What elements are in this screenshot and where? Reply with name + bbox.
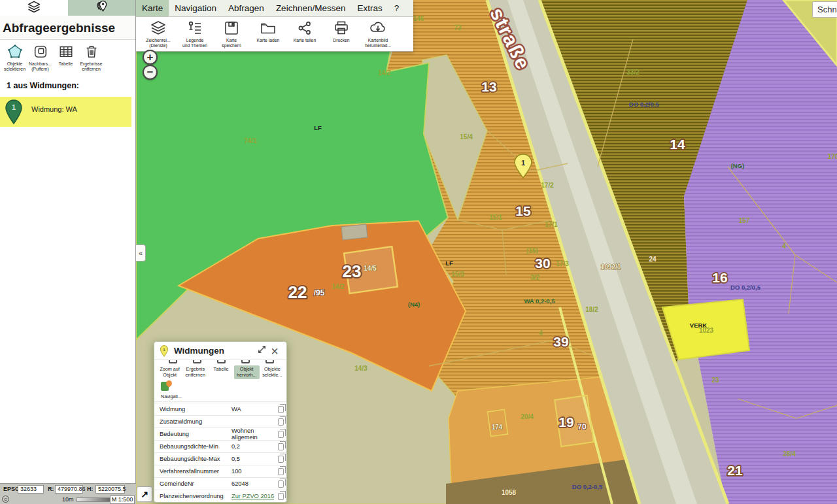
field-label: Bebauungsdichte-Max [160, 456, 231, 462]
print-button[interactable]: Drucken [323, 19, 360, 51]
status-bar: EPSG: 32633 R: 479970.86 H: 5220075.5 c … [0, 483, 136, 504]
tab-layers[interactable] [0, 0, 68, 16]
save-icon [213, 19, 250, 37]
table-row: BedeutungWohnen allgemein [154, 428, 286, 440]
select-objects-button[interactable]: Objekte selektie... [260, 365, 285, 379]
legend-button[interactable]: Legendeund Themen [177, 19, 213, 51]
map-toolbar: Zeichenrei...(Dienste) Legendeund Themen… [136, 17, 413, 52]
zoom-to-object-button[interactable]: Zoom auf Objekt [157, 365, 182, 379]
collapse-sidebar-button[interactable]: « [136, 244, 146, 261]
expand-popup-icon[interactable] [255, 344, 268, 357]
map-label: 3/2 [530, 274, 539, 281]
share-map-button[interactable]: Karte teilen [286, 19, 323, 51]
copy-icon[interactable] [278, 493, 284, 500]
copy-icon[interactable] [278, 468, 284, 475]
epsg-input[interactable]: 32633 [18, 485, 44, 494]
field-label: Planzeichenverordnung [160, 493, 231, 499]
tab-abfragen[interactable]: Abfragen [222, 0, 270, 16]
navigate-button[interactable]: Navigati... [154, 379, 286, 402]
result-item[interactable]: 1 Widmung: WA [0, 97, 131, 127]
remove-results-button[interactable]: Ergebnisse entfernen [79, 44, 103, 72]
map-label: 21 [727, 463, 743, 478]
field-value: 0,5 [231, 456, 278, 462]
copy-icon[interactable] [278, 406, 284, 413]
copyright-icon[interactable]: c [2, 496, 9, 503]
layers-icon [27, 0, 41, 16]
map-label: 17/1 [545, 221, 558, 228]
copy-icon[interactable] [278, 443, 284, 450]
tab-help[interactable]: ? [388, 0, 405, 16]
map-label: 74/1 [244, 137, 257, 144]
map-label: DO 0,2/0,5 [730, 284, 761, 291]
result-count-header: 1 aus Widmungen: [0, 75, 135, 95]
tab-zeichnen-messen[interactable]: Zeichnen/Messen [270, 0, 352, 16]
table-row: GemeindeNr62048 [154, 477, 286, 490]
copy-icon[interactable] [278, 431, 284, 438]
menu-tab-bar: Karte Navigation Abfragen Zeichnen/Messe… [136, 0, 413, 17]
copy-icon[interactable] [278, 456, 284, 463]
tab-results[interactable] [68, 0, 136, 16]
map-label: /95 [314, 288, 325, 297]
popup-toolbar: Zoom auf Objekt Ergebnis entfernen Tabel… [154, 365, 286, 379]
legend-icon [177, 19, 213, 37]
field-label: Zusatzwidmung [160, 418, 231, 425]
download-map-image-button[interactable]: Kartenbildherunterlad... [360, 19, 396, 51]
search-input[interactable]: Schne [812, 1, 837, 18]
pin-number: 1 [12, 103, 16, 111]
layers-icon [140, 19, 177, 37]
r-coordinate-input[interactable]: 479970.86 [55, 485, 83, 494]
field-value: 100 [231, 468, 278, 475]
table-button[interactable]: Tabelle [208, 365, 233, 379]
table-row: Zusatzwidmung [154, 415, 286, 428]
field-value-link[interactable]: Zur PZVO 2016 [231, 493, 278, 499]
map-label: 33/2 [626, 69, 640, 76]
draw-order-button[interactable]: Zeichenrei...(Dienste) [140, 19, 177, 51]
map-label: 24 [649, 256, 657, 263]
tab-extras[interactable]: Extras [351, 0, 388, 16]
sidebar: Abfrageergebnisse Objekte selektieren Na… [0, 0, 136, 504]
map-label: DO 0,2/0,5 [629, 101, 660, 108]
map-label: LF [445, 260, 453, 267]
zoom-in-button[interactable]: + [143, 50, 158, 65]
copy-icon[interactable] [278, 418, 284, 426]
map-label: 20/4 [521, 413, 534, 420]
feature-info-popup: 1 Widmungen × Zoom auf Objekt Ergebnis e… [154, 341, 287, 503]
h-coordinate-label: H: [87, 486, 94, 492]
save-map-button[interactable]: Kartespeichern [213, 19, 250, 51]
share-icon [286, 19, 323, 37]
map-label: LF [314, 124, 322, 131]
table-button[interactable]: Tabelle [54, 44, 78, 72]
copy-icon[interactable] [278, 480, 284, 488]
field-value: Wohnen allgemein [231, 428, 278, 441]
tab-navigation[interactable]: Navigation [169, 0, 222, 16]
attribute-table: WidmungWAZusatzwidmungBedeutungWohnen al… [154, 402, 286, 502]
map-label: 17/3 [556, 260, 569, 267]
h-coordinate-input[interactable]: 5220075.5 [95, 485, 125, 494]
table-icon [54, 44, 78, 59]
select-objects-button[interactable]: Objekte selektieren [3, 44, 27, 72]
field-label: Verfahrensfallnummer [160, 468, 231, 475]
scale-input[interactable]: M 1:500 [110, 496, 135, 504]
map-label: 17/2 [541, 182, 554, 189]
field-label: Bedeutung [160, 431, 231, 437]
table-row: Bebauungsdichte-Max0,5 [154, 452, 286, 465]
map-label: 18/2 [585, 306, 598, 313]
close-popup-icon[interactable]: × [268, 345, 281, 357]
tab-karte[interactable]: Karte [136, 0, 169, 16]
zoom-out-button[interactable]: − [143, 65, 158, 80]
expand-button[interactable]: ↗ [137, 486, 152, 502]
remove-result-button[interactable]: Ergebnis entfernen [182, 365, 208, 379]
load-map-button[interactable]: Karte laden [250, 19, 286, 51]
popup-title: Widmungen [174, 346, 255, 356]
map-label: 39 [553, 334, 568, 349]
highlight-object-button[interactable]: Objekt hervorh... [234, 365, 260, 379]
map-label: 157 [739, 217, 750, 224]
field-value: WA [231, 406, 278, 412]
table-row: Bebauungsdichte-Min0,2 [154, 440, 286, 452]
popup-header[interactable]: 1 Widmungen × [154, 342, 286, 360]
map-label: 170 [828, 153, 837, 160]
buffer-button[interactable]: Nachbars... (Puffern) [28, 44, 52, 72]
panel-title: Abfrageergebnisse [0, 16, 135, 40]
r-coordinate-label: R: [48, 486, 54, 492]
map-label: 28/4 [783, 450, 796, 458]
